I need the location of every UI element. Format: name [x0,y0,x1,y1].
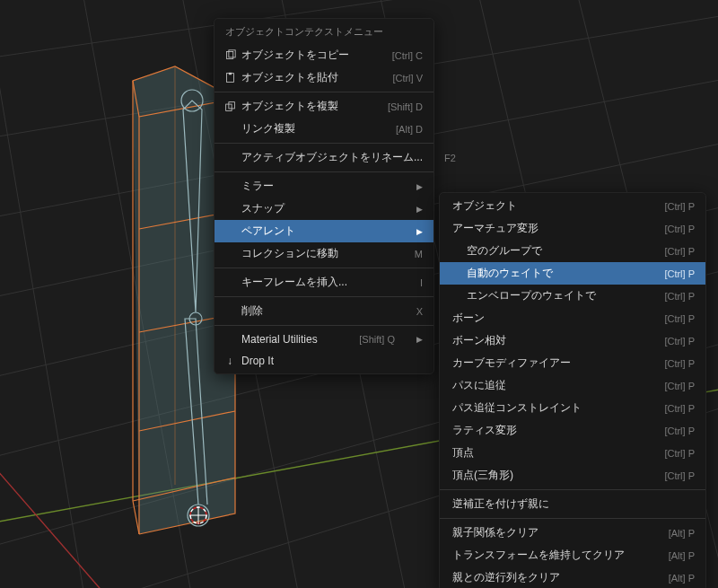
submenu-clear-parent[interactable]: 親子関係をクリア [Alt] P [440,522,705,544]
submenu-clear-inverse[interactable]: 親との逆行列をクリア [Alt] P [440,566,705,588]
menu-label: オブジェクトを貼付 [241,70,371,85]
menu-shortcut: [Ctrl] P [664,381,695,391]
menu-separator [215,296,433,297]
menu-label: 削除 [241,303,395,319]
menu-label: スナップ [241,201,395,216]
submenu-curve-modifier[interactable]: カーブモディファイアー [Ctrl] P [440,352,705,374]
menu-separator [215,143,433,144]
menu-label: 親との逆行列をクリア [452,570,647,585]
menu-label: アクティブオブジェクトをリネーム... [241,150,423,165]
submenu-lattice[interactable]: ラティス変形 [Ctrl] P [440,419,705,442]
submenu-auto-weights[interactable]: 自動のウェイトで [Ctrl] P [440,262,705,285]
menu-link-duplicate[interactable]: リンク複製 [Alt] D [215,118,433,140]
menu-shortcut: [Ctrl] P [664,313,695,324]
submenu-bone[interactable]: ボーン [Ctrl] P [440,307,705,329]
menu-drop-it[interactable]: ↓ Drop It [215,350,433,372]
parent-submenu: オブジェクト [Ctrl] P アーマチュア変形 [Ctrl] P 空のグループ… [439,192,706,588]
menu-label: オブジェクトをコピー [241,48,371,63]
menu-label: ミラー [241,179,395,194]
context-menu-title: オブジェクトコンテクストメニュー [215,21,433,44]
menu-label: リンク複製 [241,121,374,136]
menu-separator [440,489,705,490]
menu-shortcut: [Alt] P [669,573,695,584]
menu-paste[interactable]: オブジェクトを貼付 [Ctrl] V [215,66,433,89]
submenu-empty-groups[interactable]: 空のグループで [Ctrl] P [440,240,705,262]
menu-label: ボーン [452,311,643,326]
svg-line-8 [0,0,90,588]
menu-label: アーマチュア変形 [452,221,643,236]
menu-label: トランスフォームを維持してクリア [452,548,647,563]
menu-shortcut: [Ctrl] P [664,291,695,302]
menu-label: コレクションに移動 [241,246,393,261]
menu-label: Drop It [241,355,423,367]
duplicate-icon [222,100,238,114]
menu-shortcut: [Ctrl] V [392,73,423,83]
menu-shortcut: [Ctrl] C [392,50,423,61]
menu-separator [215,171,433,172]
menu-shortcut: M [415,249,423,259]
menu-snap[interactable]: スナップ ▶ [215,197,433,220]
menu-insert-keyframe[interactable]: キーフレームを挿入... I [215,271,433,294]
menu-copy[interactable]: オブジェクトをコピー [Ctrl] C [215,44,433,66]
menu-shortcut: F2 [444,153,456,163]
submenu-follow-path[interactable]: パスに追従 [Ctrl] P [440,374,705,397]
menu-delete[interactable]: 削除 X [215,300,433,322]
submenu-arrow-icon: ▶ [416,335,423,344]
menu-shortcut: [Shift] D [388,101,423,112]
svg-rect-27 [228,73,231,75]
menu-separator [215,92,433,92]
menu-shortcut: [Ctrl] P [664,336,695,347]
menu-parent[interactable]: ペアレント ▶ [215,220,433,242]
menu-shortcut: [Shift] Q [359,334,395,345]
menu-shortcut: [Alt] P [669,528,695,539]
menu-label: パスに追従 [452,378,643,393]
menu-label: オブジェクトを複製 [241,99,366,114]
menu-shortcut: [Ctrl] P [664,448,695,459]
submenu-path-constraint[interactable]: パス追従コンストレイント [Ctrl] P [440,397,705,419]
menu-shortcut: [Ctrl] P [664,358,695,369]
submenu-object[interactable]: オブジェクト [Ctrl] P [440,195,705,217]
menu-label: カーブモディファイアー [452,355,643,371]
menu-label: オブジェクト [452,198,643,214]
menu-label: パス追従コンストレイント [452,400,643,416]
menu-move-collection[interactable]: コレクションに移動 M [215,242,433,265]
submenu-bone-relative[interactable]: ボーン相対 [Ctrl] P [440,329,705,352]
menu-separator [440,518,705,519]
menu-label: ラティス変形 [452,423,643,438]
menu-rename[interactable]: アクティブオブジェクトをリネーム... F2 [215,146,433,169]
menu-label: 逆補正を付けず親に [452,496,695,512]
object-context-menu: オブジェクトコンテクストメニュー オブジェクトをコピー [Ctrl] C オブジ… [214,18,434,374]
menu-shortcut: I [420,277,423,288]
menu-separator [215,325,433,326]
menu-label: 空のグループで [467,243,643,259]
menu-label: ボーン相対 [452,333,643,348]
menu-label: Material Utilities [241,333,337,346]
menu-shortcut: [Ctrl] P [664,246,695,257]
menu-shortcut: [Ctrl] P [664,224,695,234]
submenu-vertex-tri[interactable]: 頂点(三角形) [Ctrl] P [440,464,705,487]
menu-label: 自動のウェイトで [467,266,643,281]
menu-shortcut: [Ctrl] P [664,403,695,414]
menu-label: エンベロープのウェイトで [467,288,643,303]
submenu-envelope-weights[interactable]: エンベロープのウェイトで [Ctrl] P [440,285,705,307]
menu-duplicate[interactable]: オブジェクトを複製 [Shift] D [215,95,433,118]
paste-icon [222,71,238,85]
submenu-armature-deform[interactable]: アーマチュア変形 [Ctrl] P [440,217,705,240]
menu-label: 頂点(三角形) [452,468,643,483]
menu-label: キーフレームを挿入... [241,275,398,290]
menu-shortcut: [Alt] D [396,124,423,135]
submenu-no-inverse[interactable]: 逆補正を付けず親に [440,493,705,515]
menu-shortcut: [Ctrl] P [664,268,695,279]
submenu-arrow-icon: ▶ [416,182,423,191]
menu-shortcut: X [416,306,423,317]
submenu-arrow-icon: ▶ [416,205,423,214]
menu-shortcut: [Ctrl] P [664,201,695,212]
submenu-arrow-icon: ▶ [416,227,423,236]
submenu-clear-keep-transform[interactable]: トランスフォームを維持してクリア [Alt] P [440,544,705,566]
submenu-vertex[interactable]: 頂点 [Ctrl] P [440,442,705,464]
menu-mirror[interactable]: ミラー ▶ [215,175,433,197]
copy-icon [222,48,238,63]
x-axis [0,422,135,588]
menu-label: 親子関係をクリア [452,525,647,540]
menu-material-utilities[interactable]: Material Utilities [Shift] Q ▶ [215,329,433,350]
